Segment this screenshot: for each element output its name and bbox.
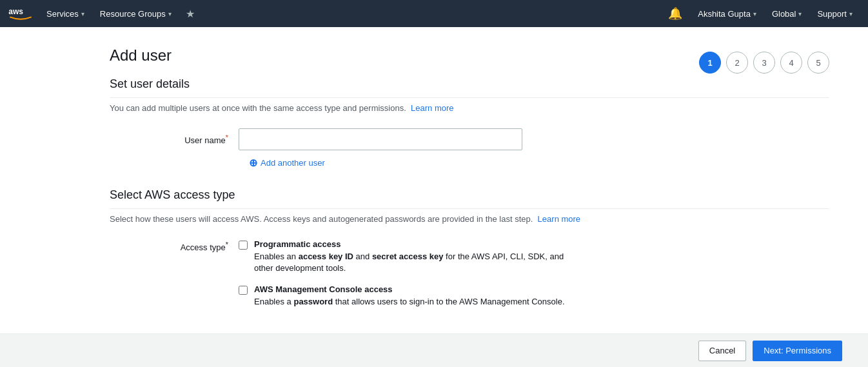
services-chevron-icon: ▾ — [81, 10, 84, 17]
bookmarks-icon[interactable]: ★ — [179, 8, 201, 20]
top-navigation: aws Services ▾ Resource Groups ▾ ★ 🔔 Aks… — [0, 0, 868, 27]
step-3[interactable]: 3 — [753, 52, 775, 74]
notifications-bell-icon[interactable]: 🔔 — [660, 6, 690, 21]
main-content: Add user 1 2 3 4 5 Set user details You … — [0, 27, 868, 367]
set-user-details-section: Set user details You can add multiple us… — [110, 77, 829, 169]
console-access-checkbox[interactable] — [239, 286, 248, 295]
step-5[interactable]: 5 — [807, 52, 829, 74]
username-input[interactable] — [239, 128, 522, 150]
console-access-text: AWS Management Console access Enables a … — [254, 284, 565, 308]
region-menu[interactable]: Global ▾ — [764, 0, 810, 27]
access-type-description: Select how these users will access AWS. … — [110, 214, 829, 224]
resource-groups-menu[interactable]: Resource Groups ▾ — [92, 0, 179, 27]
programmatic-access-text: Programmatic access Enables an access ke… — [254, 239, 577, 274]
access-type-title: Select AWS access type — [110, 188, 829, 209]
topnav-right-section: 🔔 Akshita Gupta ▾ Global ▾ Support ▾ — [660, 0, 860, 27]
user-menu[interactable]: Akshita Gupta ▾ — [690, 0, 764, 27]
aws-logo-icon: aws — [8, 6, 34, 21]
console-access-option: AWS Management Console access Enables a … — [239, 284, 577, 308]
aws-logo-container[interactable]: aws — [8, 6, 34, 21]
step-2[interactable]: 2 — [726, 52, 748, 74]
programmatic-access-checkbox[interactable] — [239, 241, 248, 250]
user-name-label: Akshita Gupta — [698, 9, 751, 19]
bottom-bar: Cancel Next: Permissions — [0, 333, 868, 367]
console-access-title: AWS Management Console access — [254, 284, 565, 294]
resource-groups-label: Resource Groups — [100, 9, 166, 19]
next-button[interactable]: Next: Permissions — [753, 341, 842, 361]
access-type-section: Select AWS access type Select how these … — [110, 188, 829, 308]
services-label: Services — [46, 9, 79, 19]
cancel-button[interactable]: Cancel — [698, 341, 746, 361]
set-user-details-description: You can add multiple users at once with … — [110, 103, 829, 113]
add-another-user-button[interactable]: ⊕ Add another user — [249, 157, 325, 169]
svg-text:aws: aws — [8, 7, 23, 16]
resource-groups-chevron-icon: ▾ — [168, 10, 172, 17]
support-label: Support — [817, 9, 847, 19]
access-options-container: Programmatic access Enables an access ke… — [239, 239, 577, 308]
support-chevron-icon: ▾ — [849, 10, 853, 17]
region-chevron-icon: ▾ — [798, 10, 802, 17]
username-row: User name* — [110, 128, 829, 150]
access-type-learn-more-link[interactable]: Learn more — [538, 214, 580, 224]
step-1[interactable]: 1 — [699, 52, 721, 74]
region-label: Global — [772, 9, 796, 19]
services-menu[interactable]: Services ▾ — [39, 0, 92, 27]
set-user-details-title: Set user details — [110, 77, 829, 98]
step-indicator: 1 2 3 4 5 — [699, 52, 829, 74]
step-4[interactable]: 4 — [780, 52, 802, 74]
username-label: User name* — [110, 128, 239, 145]
access-type-label: Access type* — [110, 239, 239, 252]
add-another-user-label: Add another user — [261, 158, 325, 168]
programmatic-access-option: Programmatic access Enables an access ke… — [239, 239, 577, 274]
support-menu[interactable]: Support ▾ — [809, 0, 860, 27]
set-user-details-learn-more-link[interactable]: Learn more — [411, 103, 453, 113]
plus-icon: ⊕ — [249, 157, 257, 169]
access-type-row: Access type* Programmatic access Enables… — [110, 239, 829, 308]
programmatic-access-desc: Enables an access key ID and secret acce… — [254, 251, 577, 274]
programmatic-access-title: Programmatic access — [254, 239, 577, 249]
console-access-desc: Enables a password that allows users to … — [254, 296, 565, 308]
user-chevron-icon: ▾ — [753, 10, 756, 17]
